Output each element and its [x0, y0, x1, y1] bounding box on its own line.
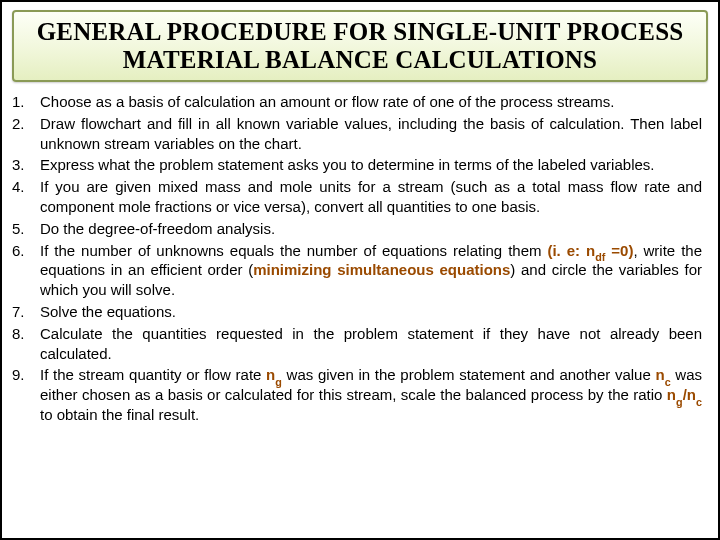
item-number: 8. [12, 324, 40, 364]
slide-title: GENERAL PROCEDURE FOR SINGLE-UNIT PROCES… [24, 18, 696, 74]
title-box: GENERAL PROCEDURE FOR SINGLE-UNIT PROCES… [12, 10, 708, 82]
text-fragment: to obtain the final result. [40, 406, 199, 423]
highlight-text: minimizing simultaneous equations [253, 261, 510, 278]
highlight-text: ng/nc [667, 386, 702, 403]
item-number: 9. [12, 365, 40, 424]
item-text: Express what the problem statement asks … [40, 155, 702, 175]
text-fragment: If the stream quantity or flow rate [40, 366, 266, 383]
highlight-text: ng [266, 366, 282, 383]
procedure-list: 1. Choose as a basis of calculation an a… [12, 92, 708, 425]
item-number: 5. [12, 219, 40, 239]
list-item: 6. If the number of unknowns equals the … [12, 241, 702, 300]
list-item: 5. Do the degree-of-freedom analysis. [12, 219, 702, 239]
item-number: 3. [12, 155, 40, 175]
list-item: 4. If you are given mixed mass and mole … [12, 177, 702, 217]
item-text: Calculate the quantities requested in th… [40, 324, 702, 364]
slide: GENERAL PROCEDURE FOR SINGLE-UNIT PROCES… [0, 0, 720, 540]
highlight-text: (i. e: ndf =0) [547, 242, 633, 259]
item-number: 6. [12, 241, 40, 300]
item-number: 4. [12, 177, 40, 217]
list-item: 8. Calculate the quantities requested in… [12, 324, 702, 364]
item-text: Solve the equations. [40, 302, 702, 322]
item-text: Draw flowchart and fill in all known var… [40, 114, 702, 154]
list-item: 3. Express what the problem statement as… [12, 155, 702, 175]
list-item: 1. Choose as a basis of calculation an a… [12, 92, 702, 112]
item-text: If the number of unknowns equals the num… [40, 241, 702, 300]
list-item: 2. Draw flowchart and fill in all known … [12, 114, 702, 154]
list-item: 7. Solve the equations. [12, 302, 702, 322]
item-text: Do the degree-of-freedom analysis. [40, 219, 702, 239]
item-number: 1. [12, 92, 40, 112]
item-text: If you are given mixed mass and mole uni… [40, 177, 702, 217]
item-text: Choose as a basis of calculation an amou… [40, 92, 702, 112]
text-fragment: was given in the problem statement and a… [282, 366, 656, 383]
item-text: If the stream quantity or flow rate ng w… [40, 365, 702, 424]
item-number: 2. [12, 114, 40, 154]
highlight-text: nc [655, 366, 670, 383]
list-item: 9. If the stream quantity or flow rate n… [12, 365, 702, 424]
item-number: 7. [12, 302, 40, 322]
text-fragment: If the number of unknowns equals the num… [40, 242, 547, 259]
